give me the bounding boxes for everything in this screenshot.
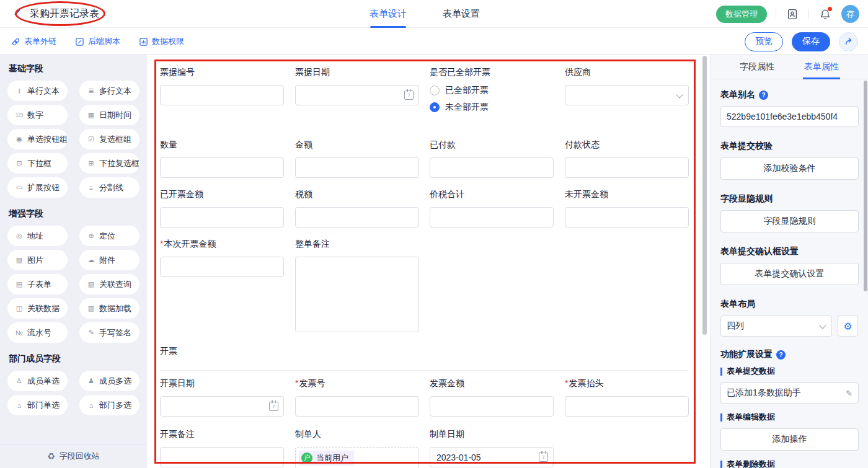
preview-button[interactable]: 预览 [745,32,783,51]
radio-option-not-all-invoiced[interactable]: 未全部开票 [430,102,554,113]
amount-input[interactable] [295,157,419,178]
pill-member-multi[interactable]: ♟成员多选 [79,371,140,391]
create-date-input[interactable] [430,447,554,467]
pill-multi-line-text[interactable]: ≣多行文本 [79,81,140,101]
pill-checkbox-group[interactable]: ☑复选框组 [79,129,140,149]
supplier-select[interactable] [565,85,689,105]
data-assistant-field[interactable]: 已添加1条数据助手 ✎ [720,382,859,404]
form-alias-input[interactable] [720,106,859,127]
pill-radio-group[interactable]: ◉单选按钮组 [7,129,68,149]
invoice-note-input[interactable] [160,447,284,467]
invoice-title-input[interactable] [565,396,689,417]
pill-data-load[interactable]: ▥数据加载 [79,298,140,319]
pill-number[interactable]: 123数字 [7,105,68,125]
pill-image[interactable]: ▨图片 [7,250,68,270]
contacts-icon[interactable] [785,7,800,22]
share-button[interactable] [839,32,858,51]
field-current-invoice-amount[interactable]: *本次开票金额 [160,239,284,277]
layout-select[interactable]: 四列 [720,316,832,337]
field-recycle-bin[interactable]: ♻ 字段回收站 [0,444,147,468]
pill-select[interactable]: ⊡下拉框 [7,153,68,174]
tab-form-settings[interactable]: 表单设置 [443,0,480,28]
canvas-scrollbar[interactable] [702,56,707,335]
invoice-amount-input[interactable] [430,396,554,417]
pay-status-input[interactable] [565,157,689,178]
pill-single-line-text[interactable]: I单行文本 [7,81,68,101]
radio-checked-icon[interactable] [430,102,440,112]
pill-serial-number[interactable]: №流水号 [7,322,68,343]
pill-attachment[interactable]: ☁附件 [79,250,140,270]
field-fully-invoiced[interactable]: 是否已全部开票 已全部开票 未全部开票 [430,67,554,118]
field-tax-total[interactable]: 价税合计 [430,189,554,227]
field-amount[interactable]: 金额 [295,139,419,178]
form-external-link[interactable]: 表单外链 [11,36,56,47]
uninvoiced-amount-input[interactable] [565,207,689,227]
field-invoice-no[interactable]: *发票号 [295,378,419,417]
field-creator[interactable]: 制单人 户 当前用户 [295,429,419,468]
invoiced-amount-input[interactable] [160,207,284,227]
field-bill-no[interactable]: 票据编号 [160,67,284,105]
tab-field-properties[interactable]: 字段属性 [740,55,774,79]
invoice-date-input[interactable] [160,396,284,417]
edit-data-add-action-button[interactable]: 添加操作 [720,428,859,451]
invoice-no-input[interactable] [295,396,419,417]
pill-member-single[interactable]: ♙成员单选 [7,371,68,391]
pill-location[interactable]: ⊕定位 [79,226,140,246]
avatar[interactable]: 存 [841,5,859,23]
help-icon[interactable]: ? [759,91,768,100]
add-check-condition-button[interactable]: 添加校验条件 [720,157,859,180]
backend-script-link[interactable]: 后端脚本 [75,36,120,47]
tab-form-properties[interactable]: 表单属性 [804,55,839,79]
pill-linked-query[interactable]: ▧关联查询 [79,274,140,294]
pill-datetime[interactable]: ▦日期时间 [79,105,140,125]
pill-linked-data[interactable]: ◫关联数据 [7,298,68,319]
field-uninvoiced-amount[interactable]: 未开票金额 [565,189,689,227]
visibility-rules-button[interactable]: 字段显隐规则 [720,210,859,232]
edit-icon[interactable]: ✎ [846,389,852,398]
layout-settings-button[interactable]: ⚙ [838,316,858,337]
tax-total-input[interactable] [430,207,554,227]
creator-field[interactable]: 户 当前用户 [295,447,419,468]
field-invoice-title[interactable]: *发票抬头 [565,378,689,417]
bill-no-input[interactable] [160,85,284,105]
panel-scrollbar[interactable] [864,81,867,291]
field-quantity[interactable]: 数量 [160,139,284,178]
current-user-tag[interactable]: 户 当前用户 [299,451,354,466]
order-note-textarea[interactable] [295,257,419,332]
pill-extend-button[interactable]: ▭扩展按钮 [7,177,68,198]
field-invoice-amount[interactable]: 发票金额 [430,378,554,417]
quantity-input[interactable] [160,157,284,178]
tax-input[interactable] [295,207,419,227]
field-bill-date[interactable]: 票据日期 7 [295,67,419,105]
data-permission-link[interactable]: 数据权限 [139,36,184,47]
radio-unchecked-icon[interactable] [430,86,440,95]
field-invoice-note[interactable]: 开票备注 [160,429,284,467]
bill-date-input[interactable] [295,85,419,105]
current-invoice-amount-input[interactable] [160,257,284,277]
field-invoice-date[interactable]: 开票日期 7 [160,378,284,417]
save-button[interactable]: 保存 [792,32,830,51]
help-icon[interactable]: ? [776,350,786,360]
form-canvas[interactable]: 票据编号 票据日期 7 是否已全部开票 已全部开票 未全部开票 供应商 数量 金… [147,55,710,468]
field-paid[interactable]: 已付款 [430,139,554,178]
section-invoice[interactable]: 开票 [160,346,689,371]
bell-icon[interactable] [818,7,833,22]
field-invoiced-amount[interactable]: 已开票金额 [160,189,284,227]
pill-dept-single[interactable]: ⌂部门单选 [7,395,68,415]
pill-address[interactable]: ◎地址 [7,226,68,246]
pill-divider-line[interactable]: ≡分割线 [79,177,140,198]
field-pay-status[interactable]: 付款状态 [565,139,689,178]
tab-form-design[interactable]: 表单设计 [370,0,407,28]
field-order-note[interactable]: 整单备注 [295,239,419,335]
submit-confirm-button[interactable]: 表单提交确认设置 [720,263,859,285]
pill-multi-select[interactable]: ⊞下拉复选框 [79,153,140,174]
field-create-date[interactable]: 制单日期 7 [430,429,554,467]
pill-signature[interactable]: ✎手写签名 [79,322,140,343]
back-icon[interactable] [10,7,25,22]
pill-subform[interactable]: ▤子表单 [7,274,68,294]
field-tax[interactable]: 税额 [295,189,419,227]
pill-dept-multi[interactable]: ⌂部门多选 [79,395,140,415]
field-supplier[interactable]: 供应商 [565,67,689,105]
data-manage-button[interactable]: 数据管理 [716,6,767,23]
paid-input[interactable] [430,157,554,178]
